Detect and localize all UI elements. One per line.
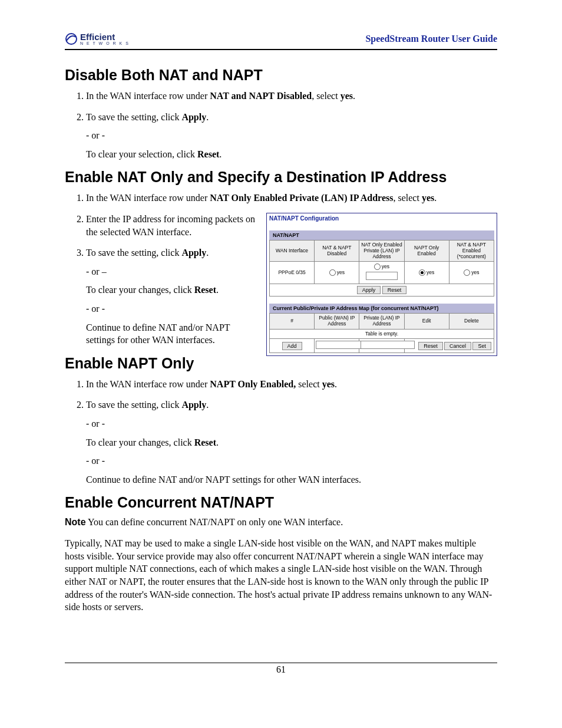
reset-button[interactable]: Reset: [382, 286, 407, 294]
reset-button-2[interactable]: Reset: [418, 342, 443, 350]
cancel-button[interactable]: Cancel: [444, 342, 471, 350]
col-nat-napt-disabled: NAT & NAPT Disabled: [315, 240, 359, 261]
col-nat-only: NAT Only Enabled Private (LAN) IP Addres…: [359, 240, 404, 261]
radio-concurrent[interactable]: [464, 269, 470, 276]
col-napt-only: NAPT Only Enabled: [404, 240, 449, 261]
list-item: To save the setting, click Apply. - or -…: [86, 398, 497, 486]
heading-enable-napt-only: Enable NAPT Only: [65, 355, 497, 372]
ip-map-table: # Public (WAN) IP Address Private (LAN) …: [269, 313, 494, 353]
ip-input[interactable]: [366, 272, 398, 280]
table-row: PPPoE 0/35 yes yes yes yes: [270, 262, 494, 284]
radio-disabled[interactable]: [329, 269, 336, 276]
list-item: In the WAN interface row under NAT Only …: [86, 192, 497, 205]
figure-tab: NAT/NAPT: [269, 230, 494, 240]
col-delete: Delete: [449, 314, 494, 330]
add-button[interactable]: Add: [282, 342, 302, 350]
nat-napt-table: WAN Interface NAT & NAPT Disabled NAT On…: [269, 240, 494, 297]
col-edit: Edit: [404, 314, 449, 330]
logo-icon: [65, 32, 78, 45]
col-nat-napt-concurrent: NAT & NAPT Enabled (*concurrent): [449, 240, 494, 261]
col-public-ip: Public (WAN) IP Address: [315, 314, 359, 330]
list-item: In the WAN interface row under NAPT Only…: [86, 378, 497, 391]
guide-title: SpeedStream Router User Guide: [365, 34, 497, 44]
radio-napt-only[interactable]: [419, 269, 425, 276]
private-ip-input[interactable]: [361, 341, 415, 349]
list-disable-both: In the WAN interface row under NAT and N…: [70, 90, 497, 160]
set-button[interactable]: Set: [472, 342, 491, 350]
logo-text-top: Efficient: [80, 32, 130, 41]
list-item: To save the setting, click Apply. - or -…: [86, 111, 497, 161]
cell-interface: PPPoE 0/35: [270, 262, 315, 284]
empty-row: Table is empty.: [270, 329, 494, 339]
figure-title: NAT/NAPT Configuration: [267, 213, 497, 223]
col-private-ip: Private (LAN) IP Address: [359, 314, 404, 330]
heading-enable-nat-only: Enable NAT Only and Specify a Destinatio…: [65, 169, 497, 186]
col-num: #: [270, 314, 315, 330]
page-number: 61: [65, 663, 497, 675]
page-header: Efficient N E T W O R K S SpeedStream Ro…: [65, 32, 497, 50]
radio-nat-only[interactable]: [374, 263, 381, 270]
paragraph: Typically, NAT may be used to make a sin…: [65, 537, 497, 614]
apply-button[interactable]: Apply: [357, 286, 381, 294]
heading-disable-both: Disable Both NAT and NAPT: [65, 67, 497, 84]
map-title: Current Public/Private IP Address Map (f…: [269, 304, 494, 313]
list-item: In the WAN interface row under NAT and N…: [86, 90, 497, 103]
note-line: Note You can define concurrent NAT/NAPT …: [65, 517, 497, 528]
nat-napt-config-figure: NAT/NAPT Configuration NAT/NAPT WAN Inte…: [266, 213, 497, 356]
list-enable-nat-only: In the WAN interface row under NAT Only …: [70, 192, 497, 346]
logo: Efficient N E T W O R K S: [65, 32, 130, 45]
list-enable-napt-only: In the WAN interface row under NAPT Only…: [70, 378, 497, 486]
logo-text-bot: N E T W O R K S: [80, 41, 130, 45]
col-wan-interface: WAN Interface: [270, 240, 315, 261]
heading-enable-concurrent: Enable Concurrent NAT/NAPT: [65, 494, 497, 511]
note-label: Note: [65, 517, 86, 527]
